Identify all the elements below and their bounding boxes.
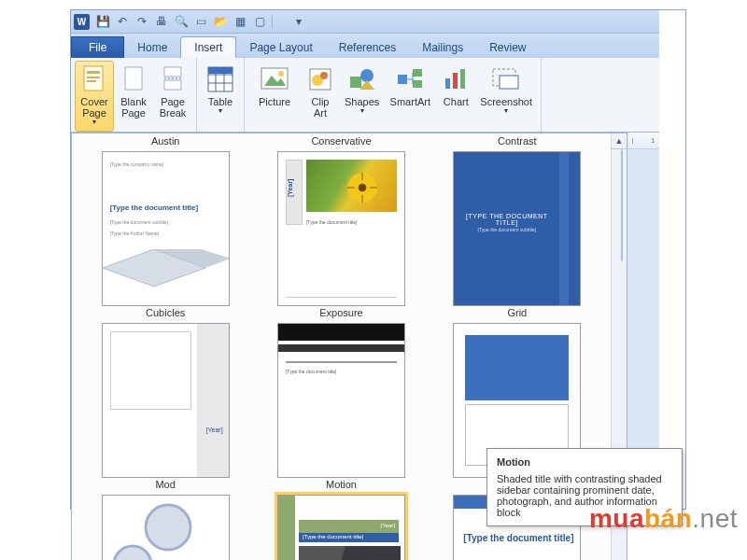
watermark: muabán.net — [589, 504, 738, 534]
page-break-icon — [159, 65, 187, 93]
tab-mailings[interactable]: Mailings — [409, 37, 476, 58]
blank-page-icon — [120, 65, 148, 93]
group-tables: Table ▾ — [197, 58, 245, 132]
picture-label: Picture — [259, 96, 290, 107]
open-icon[interactable]: 📂 — [213, 14, 228, 29]
gallery-caption: Cubicles — [146, 306, 185, 321]
chart-button[interactable]: Chart — [436, 61, 475, 132]
tab-page-layout[interactable]: Page Layout — [236, 37, 325, 58]
gallery-thumb: [Type the company name] [Type the docume… — [102, 151, 230, 306]
chevron-down-icon: ▾ — [218, 107, 222, 116]
svg-rect-5 — [164, 67, 181, 77]
cover-page-button[interactable]: Cover Page ▾ — [75, 61, 114, 132]
tooltip-title: Motion — [497, 456, 672, 468]
picture-icon — [261, 65, 289, 93]
tab-references[interactable]: References — [326, 37, 409, 58]
save-icon[interactable]: 💾 — [95, 14, 110, 29]
horizontal-ruler: 1 — [628, 133, 659, 149]
svg-rect-18 — [398, 75, 407, 84]
quick-access-toolbar: 💾 ↶ ↷ 🖶 🔍 ▭ 📂 ▦ ▢ ▾ — [95, 14, 306, 29]
new-icon[interactable]: ▭ — [193, 14, 208, 29]
tab-file[interactable]: File — [71, 36, 124, 58]
svg-rect-1 — [87, 71, 100, 74]
cover-page-label: Cover Page — [80, 96, 107, 119]
smartart-button[interactable]: SmartArt — [384, 61, 436, 132]
ruler-mark: 1 — [651, 136, 655, 145]
chart-icon — [442, 65, 470, 93]
gallery-caption: Austin — [151, 133, 180, 149]
ribbon-tabs: File Home Insert Page Layout References … — [71, 34, 659, 58]
clip-art-button[interactable]: Clip Art — [301, 61, 340, 132]
tab-home[interactable]: Home — [124, 37, 180, 58]
cover-page-icon — [80, 65, 108, 93]
table-button[interactable]: Table ▾ — [201, 61, 240, 132]
tab-insert[interactable]: Insert — [180, 36, 236, 58]
chevron-down-icon: ▾ — [360, 107, 364, 116]
svg-rect-3 — [87, 80, 96, 82]
print-preview-icon[interactable]: 🔍 — [174, 14, 189, 29]
svg-rect-6 — [164, 80, 181, 90]
gallery-thumb: [Type the document title] — [277, 323, 405, 478]
chevron-down-icon: ▾ — [92, 119, 96, 127]
scroll-up-icon[interactable]: ▲ — [612, 133, 627, 149]
gallery-item-mod[interactable]: Mod [Type the document title] — [78, 478, 253, 560]
svg-rect-20 — [413, 80, 422, 88]
titlebar: W 💾 ↶ ↷ 🖶 🔍 ▭ 📂 ▦ ▢ ▾ — [71, 10, 659, 34]
gallery-thumb: [Type the document title] — [102, 495, 230, 560]
gallery-item-contrast[interactable]: Contrast [TYPE THE DOCUMENT TITLE] [Type… — [430, 133, 605, 306]
svg-rect-4 — [125, 67, 142, 90]
smartart-icon — [396, 65, 424, 93]
chevron-down-icon: ▾ — [504, 107, 508, 116]
svg-point-35 — [114, 546, 151, 560]
svg-rect-23 — [460, 69, 465, 89]
redo-icon[interactable]: ↷ — [134, 14, 149, 29]
svg-rect-25 — [500, 76, 518, 89]
gallery-item-exposure[interactable]: Exposure [Type the document title] — [253, 306, 429, 478]
picture-button[interactable]: Picture — [248, 61, 301, 132]
zoom-icon[interactable]: ▢ — [252, 14, 267, 29]
tab-review[interactable]: Review — [476, 37, 539, 58]
gallery-caption: Grid — [507, 306, 527, 321]
gallery-item-conservative[interactable]: Conservative [Year] [Type the document t… — [253, 133, 429, 306]
group-pages: Cover Page ▾ Blank Page Page Break — [71, 58, 197, 132]
gallery-caption: Motion — [326, 478, 357, 493]
svg-rect-21 — [445, 78, 450, 89]
screenshot-button[interactable]: Screenshot ▾ — [475, 61, 537, 132]
ribbon: Cover Page ▾ Blank Page Page Break — [71, 58, 659, 133]
gallery-caption: Contrast — [498, 133, 537, 149]
scroll-thumb[interactable] — [621, 149, 623, 261]
clip-art-icon — [306, 65, 334, 93]
svg-marker-38 — [299, 546, 345, 560]
qat-separator — [272, 15, 287, 28]
chart-label: Chart — [444, 96, 469, 107]
blank-page-button[interactable]: Blank Page — [114, 61, 153, 132]
gallery-item-cubicles[interactable]: Cubicles [Year] — [78, 306, 253, 478]
quickprint-icon[interactable]: 🖶 — [154, 14, 169, 29]
gallery-thumb: [Year] [Type the document title] — [277, 495, 405, 560]
undo-icon[interactable]: ↶ — [115, 14, 130, 29]
gallery-caption: Conservative — [311, 133, 371, 149]
table-icon — [206, 65, 234, 93]
group-illustrations: Picture Clip Art Shapes ▾ SmartArt — [245, 58, 542, 132]
word-app-icon: W — [74, 14, 90, 30]
gallery-item-austin[interactable]: Austin [Type the company name] [Type the… — [78, 133, 253, 306]
qat-customize-icon[interactable]: ▾ — [291, 14, 306, 29]
svg-marker-17 — [359, 80, 374, 90]
shapes-button[interactable]: Shapes ▾ — [340, 61, 384, 132]
highlight-icon[interactable]: ▦ — [233, 14, 247, 29]
blank-page-label: Blank Page — [120, 96, 147, 119]
page-break-label: Page Break — [160, 96, 187, 119]
gallery-item-motion[interactable]: Motion [Year] [Type the document title] — [253, 478, 429, 560]
gallery-thumb: [TYPE THE DOCUMENT TITLE] [Type the docu… — [453, 151, 581, 306]
page-break-button[interactable]: Page Break — [153, 61, 192, 132]
gallery-caption: Mod — [155, 478, 175, 493]
svg-point-34 — [146, 505, 190, 550]
gallery-caption: Exposure — [319, 306, 362, 321]
shapes-icon — [348, 65, 376, 93]
smartart-label: SmartArt — [390, 96, 430, 107]
gallery-thumb: [Year] [Type the document title] — [277, 151, 405, 306]
clip-art-label: Clip Art — [312, 96, 330, 119]
svg-point-29 — [359, 184, 366, 191]
gallery-thumb: [Year] — [102, 323, 230, 478]
svg-point-14 — [320, 72, 328, 79]
